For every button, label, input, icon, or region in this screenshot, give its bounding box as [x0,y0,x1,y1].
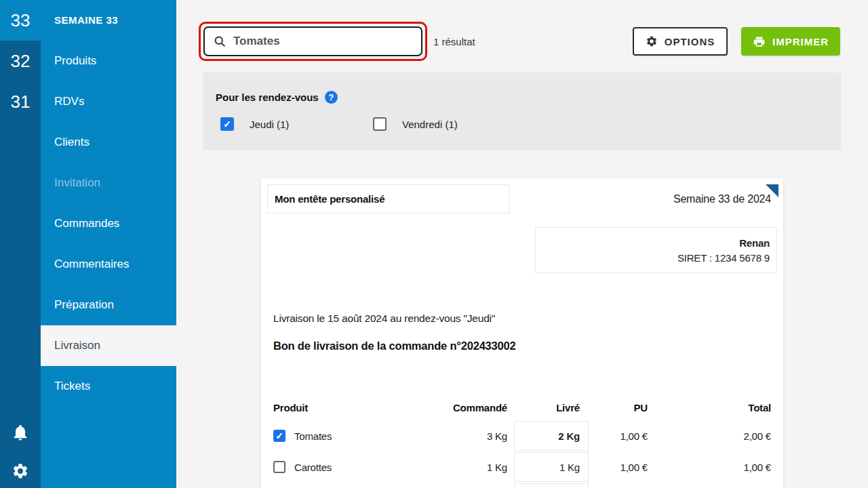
sidebar-item-produits[interactable]: Produits [41,41,176,81]
product-name: Carottes [294,462,332,473]
sidebar-item-commentaires[interactable]: Commentaires [41,244,176,285]
search-focus-ring [199,22,427,61]
col-header-commande: Commandé [443,402,507,413]
search-icon [213,35,226,48]
col-header-pu: PU [589,402,648,413]
print-label: IMPRIMER [772,36,829,47]
sidebar-bottom-icons [0,423,41,480]
week-item-33[interactable]: 33 [0,0,41,41]
seller-name: Renan [739,237,770,249]
delivered-qty-input[interactable]: 2 Kg [514,421,589,451]
product-name: Tomates [294,430,332,442]
help-icon[interactable]: ? [325,91,338,104]
options-label: OPTIONS [665,36,715,47]
unit-price: 1,00 € [589,462,648,473]
printer-icon [753,35,766,48]
gear-icon[interactable] [12,462,29,480]
week-number: 33 [11,10,31,31]
seller-info-box: Renan SIRET : 1234 5678 9 [535,227,777,273]
col-header-produit: Produit [273,402,443,413]
delivered-qty-input[interactable] [514,483,589,488]
vendredi-label: Vendredi (1) [402,119,458,130]
sidebar-item-livraison[interactable]: Livraison [41,325,176,366]
sidebar-item-tickets[interactable]: Tickets [41,366,176,407]
options-button[interactable]: OPTIONS [633,27,728,56]
sidebar-item-invitation[interactable]: Invitation [41,163,176,203]
gear-icon [646,35,658,47]
week-item-31[interactable]: 31 [0,81,41,122]
filter-option-vendredi: Vendredi (1) [373,117,458,131]
product-cell: Tomates [273,430,443,442]
sidebar-item-preparation[interactable]: Préparation [41,285,176,325]
result-count: 1 résultat [433,22,475,61]
table-row-partial [273,483,771,488]
ordered-qty: 1 Kg [443,462,507,473]
sidebar-item-commandes[interactable]: Commandes [41,203,176,244]
filter-option-jeudi: Jeudi (1) [220,117,289,131]
table-header-row: Produit Commandé Livré PU Total [273,399,771,415]
products-table: Produit Commandé Livré PU Total Tomates … [273,399,771,488]
col-header-livre: Livré [507,402,589,413]
carottes-checkbox[interactable] [273,461,285,473]
document-title: Bon de livraison de la commande n°202433… [273,340,516,352]
week-number: 32 [11,51,31,72]
sidebar-menu: SEMAINE 33 Produits RDVs Clients Invitat… [41,0,176,488]
print-button[interactable]: IMPRIMER [741,27,840,56]
week-column: 33 32 31 [0,0,41,488]
week-item-32[interactable]: 32 [0,41,41,81]
main-content: 1 résultat OPTIONS IMPRIMER Pour les ren… [176,0,868,488]
search-field-frame [203,26,422,56]
ordered-qty: 3 Kg [443,430,507,442]
search-input[interactable] [233,35,413,48]
product-cell: Carottes [273,461,443,473]
panel-title-text: Pour les rendez-vous [216,92,319,103]
row-total: 1,00 € [648,462,771,473]
delivery-note-preview: Mon entête personalisé Semaine 33 de 202… [261,178,783,488]
jeudi-label: Jeudi (1) [250,119,289,130]
row-total: 2,00 € [648,430,771,442]
delivered-qty-input[interactable]: 1 Kg [514,452,589,482]
sidebar-item-clients[interactable]: Clients [41,122,176,163]
table-row-carottes: Carottes 1 Kg 1 Kg 1,00 € 1,00 € [273,451,771,483]
week-number: 31 [11,92,31,113]
tomates-checkbox[interactable] [273,430,285,442]
document-week-label: Semaine 33 de 2024 [673,193,771,205]
jeudi-checkbox[interactable] [220,117,234,131]
table-row-tomates: Tomates 3 Kg 2 Kg 1,00 € 2,00 € [273,420,771,451]
vendredi-checkbox[interactable] [373,117,387,131]
panel-title: Pour les rendez-vous ? [216,91,338,104]
delivery-date-line: Livraison le 15 août 2024 au rendez-vous… [273,312,495,325]
custom-header-box: Mon entête personalisé [267,184,509,214]
seller-siret: SIRET : 1234 5678 9 [677,252,770,264]
bell-icon[interactable] [11,423,30,442]
sidebar-item-rdvs[interactable]: RDVs [41,81,176,122]
rendezvous-filter-panel: Pour les rendez-vous ? Jeudi (1) Vendred… [203,73,841,149]
col-header-total: Total [648,402,771,413]
sidebar-item-semaine-33[interactable]: SEMAINE 33 [41,0,176,41]
unit-price: 1,00 € [589,430,648,442]
